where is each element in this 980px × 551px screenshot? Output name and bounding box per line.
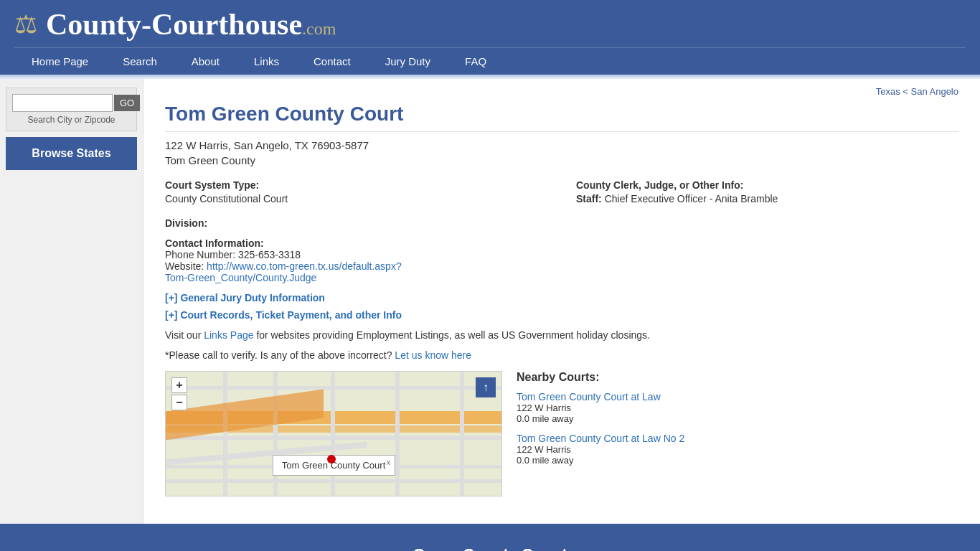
court-info-grid: Court System Type: County Constitutional… — [165, 179, 958, 204]
website-label: Website: — [165, 260, 204, 272]
map-popup-close[interactable]: x — [387, 458, 391, 466]
logo-area: ⚖ County-Courthouse.com — [14, 7, 966, 47]
website-link2[interactable]: Tom-Green_County/County.Judge — [165, 272, 316, 283]
logo-text: County-Courthouse.com — [46, 7, 336, 42]
footer-note2: for websites providing Employment Listin… — [256, 329, 650, 341]
staff-value: Chief Executive Officer - Anita Bramble — [605, 193, 778, 204]
court-system-value: County Constitutional Court — [165, 193, 547, 204]
map-zoom-in[interactable]: + — [171, 377, 187, 393]
scales-icon: ⚖ — [14, 9, 37, 39]
export-icon: ↑ — [483, 381, 489, 394]
nav-about[interactable]: About — [174, 48, 237, 75]
map-zoom-out[interactable]: − — [171, 395, 187, 410]
nearby-court-0-name[interactable]: Tom Green County Court at Law — [517, 391, 958, 402]
links-page-link[interactable]: Links Page — [204, 329, 253, 341]
map-nearby-section: + − ↑ x Tom Green County Court — [165, 371, 958, 496]
footer-note: Visit our Links Page for websites provid… — [165, 329, 958, 341]
jury-duty-link[interactable]: [+] General Jury Duty Information — [165, 292, 958, 303]
verify-note: *Please call to verify. Is any of the ab… — [165, 349, 958, 361]
nav-search[interactable]: Search — [105, 48, 174, 75]
nearby-court-0-addr: 122 W Harris — [517, 402, 958, 413]
phone-label: Phone Number: — [165, 249, 235, 260]
clerk-value: Staff: Chief Executive Officer - Anita B… — [576, 193, 958, 204]
nav-contact[interactable]: Contact — [296, 48, 368, 75]
sidebar: GO Search City or Zipcode Browse States — [0, 79, 143, 524]
staff-label: Staff: — [576, 193, 602, 204]
search-label: Search City or Zipcode — [12, 115, 131, 125]
court-address: 122 W Harris, San Angelo, TX 76903-5877 — [165, 139, 958, 151]
nav-faq[interactable]: FAQ — [448, 48, 504, 75]
breadcrumb-state[interactable]: Texas — [876, 86, 900, 97]
court-county: Tom Green County — [165, 154, 958, 166]
bottom-banner-label: Green County Count — [413, 545, 567, 551]
nearby-court-1-name[interactable]: Tom Green County Court at Law No 2 — [517, 433, 958, 444]
bottom-banner: Green County Count — [0, 524, 980, 551]
map-pin — [327, 455, 336, 463]
main-nav: Home Page Search About Links Contact Jur… — [14, 47, 966, 75]
footer-note1: Visit our — [165, 329, 201, 341]
nav-links[interactable]: Links — [237, 48, 296, 75]
let-us-know-link[interactable]: Let us know here — [395, 349, 471, 361]
contact-section: Contact Information: Phone Number: 325-6… — [165, 237, 958, 283]
map-container: + − ↑ x Tom Green County Court — [165, 371, 502, 496]
page-title: Tom Green County Court — [165, 103, 958, 132]
court-system-label: Court System Type: — [165, 179, 547, 191]
website-line: Website: http://www.co.tom-green.tx.us/d… — [165, 260, 958, 272]
clerk-col: County Clerk, Judge, or Other Info: Staf… — [576, 179, 958, 204]
phone-number: Phone Number: 325-653-3318 — [165, 249, 958, 260]
clerk-label: County Clerk, Judge, or Other Info: — [576, 179, 958, 191]
nav-home[interactable]: Home Page — [14, 48, 105, 75]
court-records-link[interactable]: [+] Court Records, Ticket Payment, and o… — [165, 309, 958, 321]
map-placeholder: + − ↑ x Tom Green County Court — [166, 372, 501, 496]
phone-value: 325-653-3318 — [238, 249, 301, 260]
browse-states-button[interactable]: Browse States — [6, 137, 137, 170]
breadcrumb: Texas < San Angelo — [165, 86, 958, 97]
nearby-court-0-dist: 0.0 mile away — [517, 413, 958, 424]
nearby-court-1-addr: 122 W Harris — [517, 444, 958, 455]
nearby-section: Nearby Courts: Tom Green County Court at… — [517, 371, 958, 496]
site-header: ⚖ County-Courthouse.com Home Page Search… — [0, 0, 980, 75]
verify-text: *Please call to verify. Is any of the ab… — [165, 349, 392, 361]
nav-jury[interactable]: Jury Duty — [368, 48, 448, 75]
main-layout: GO Search City or Zipcode Browse States … — [0, 79, 980, 524]
division-section: Division: — [165, 217, 958, 229]
main-content: Texas < San Angelo Tom Green County Cour… — [143, 79, 980, 524]
search-input[interactable] — [12, 94, 113, 112]
breadcrumb-city[interactable]: San Angelo — [910, 86, 958, 97]
division-label: Division: — [165, 217, 207, 229]
court-system-col: Court System Type: County Constitutional… — [165, 179, 547, 204]
search-area: GO Search City or Zipcode — [6, 88, 137, 131]
map-export-button[interactable]: ↑ — [476, 377, 496, 397]
nearby-court-1-dist: 0.0 mile away — [517, 455, 958, 466]
website-line2: Tom-Green_County/County.Judge — [165, 272, 958, 283]
go-button[interactable]: GO — [114, 95, 140, 111]
website-link[interactable]: http://www.co.tom-green.tx.us/default.as… — [207, 260, 402, 272]
nearby-title: Nearby Courts: — [517, 371, 958, 384]
breadcrumb-separator: < — [903, 86, 910, 97]
contact-label: Contact Information: — [165, 237, 958, 249]
